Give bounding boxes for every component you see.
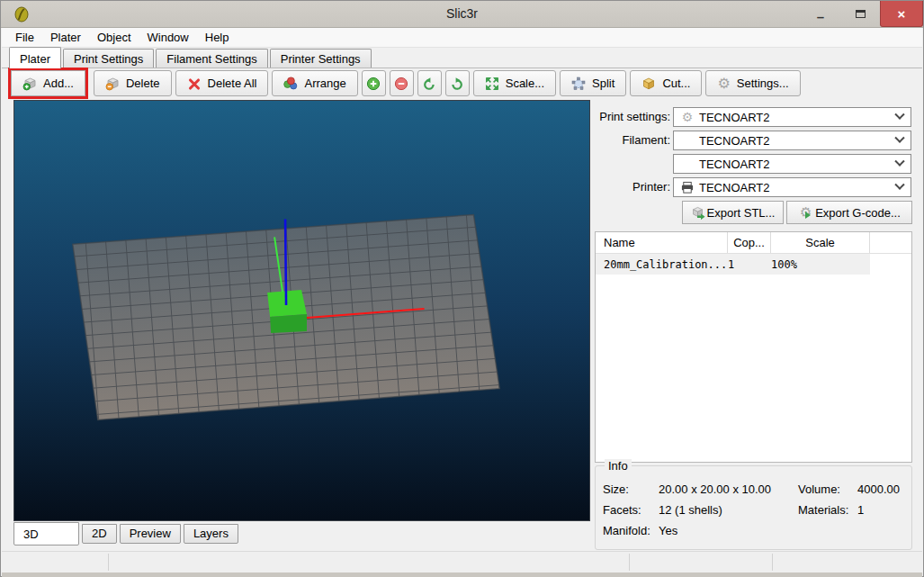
- settings-button[interactable]: ⚙ Settings...: [705, 70, 800, 96]
- volume-value: 4000.00: [857, 482, 900, 496]
- menu-plater[interactable]: Plater: [42, 29, 89, 46]
- rotate-cw-button[interactable]: [445, 70, 470, 96]
- object-copies: 1: [728, 258, 771, 271]
- tab-filament-settings[interactable]: Filament Settings: [156, 49, 267, 68]
- column-header-scale[interactable]: Scale: [771, 232, 870, 253]
- export-stl-icon: [691, 205, 705, 220]
- plus-circle-icon: [366, 77, 381, 91]
- view-tab-3d[interactable]: 3D: [13, 522, 79, 545]
- chevron-down-icon: [894, 133, 904, 143]
- chevron-down-icon: [894, 157, 904, 167]
- export-gcode-icon: ⚙: [798, 205, 813, 220]
- info-group: Info Size: 20.00 x 20.00 x 10.00 Volume:…: [595, 465, 912, 550]
- facets-label: Facets:: [603, 503, 659, 517]
- volume-label: Volume:: [798, 482, 857, 496]
- size-label: Size:: [603, 482, 659, 496]
- window-bottom-frame: [2, 572, 922, 577]
- tab-printer-settings[interactable]: Printer Settings: [270, 49, 372, 68]
- viewport-3d[interactable]: [13, 100, 590, 521]
- rotate-ccw-icon: [422, 77, 436, 91]
- decrease-copies-button[interactable]: [390, 70, 414, 96]
- info-legend: Info: [605, 459, 632, 473]
- export-stl-button[interactable]: Export STL...: [682, 201, 784, 224]
- object-scale: 100%: [771, 258, 870, 271]
- close-icon: ×: [898, 6, 906, 22]
- view-tab-layers[interactable]: Layers: [184, 524, 238, 544]
- maximize-icon: [856, 10, 866, 18]
- menu-help[interactable]: Help: [197, 29, 238, 46]
- printer-icon: [679, 181, 695, 194]
- menu-window[interactable]: Window: [139, 29, 197, 46]
- plater-toolbar: Add... Delete Delete All: [2, 68, 922, 98]
- arrange-icon: [283, 77, 298, 91]
- delete-all-button[interactable]: Delete All: [175, 70, 269, 96]
- settings-panel: Print settings: ⚙ TECNOART2 Filament: TE…: [595, 100, 912, 550]
- facets-value: 12 (1 shells): [659, 503, 794, 517]
- column-header-copies[interactable]: Cop...: [728, 232, 771, 253]
- title-bar: Slic3r – ×: [1, 1, 923, 28]
- print-settings-value: TECNOART2: [695, 111, 896, 124]
- tab-print-settings[interactable]: Print Settings: [63, 49, 154, 68]
- tab-plater[interactable]: Plater: [9, 47, 61, 68]
- printer-value: TECNOART2: [695, 181, 896, 194]
- manifold-value: Yes: [659, 524, 794, 537]
- view-tab-2d[interactable]: 2D: [82, 524, 117, 544]
- filament-select-1[interactable]: TECNOART2: [673, 131, 911, 150]
- add-object-icon: [22, 77, 37, 91]
- filament-2-value: TECNOART2: [695, 158, 896, 171]
- materials-label: Materials:: [798, 503, 857, 517]
- main-tab-strip: Plater Print Settings Filament Settings …: [2, 48, 922, 68]
- print-settings-select[interactable]: ⚙ TECNOART2: [673, 107, 911, 127]
- column-header-name[interactable]: Name: [596, 232, 728, 253]
- delete-all-x-icon: [187, 77, 202, 91]
- view-tab-preview[interactable]: Preview: [120, 524, 181, 544]
- rotate-cw-icon: [450, 77, 464, 91]
- statusbar-divider: [772, 554, 773, 571]
- statusbar-divider: [108, 554, 109, 571]
- view-tab-strip: 3D 2D Preview Layers: [13, 522, 241, 546]
- menu-object[interactable]: Object: [89, 29, 139, 46]
- rotate-ccw-button[interactable]: [417, 70, 442, 96]
- filament-select-2[interactable]: TECNOART2: [673, 154, 911, 174]
- menu-file[interactable]: File: [7, 29, 42, 46]
- scale-button[interactable]: Scale...: [473, 70, 556, 96]
- cut-button[interactable]: Cut...: [630, 70, 702, 96]
- status-bar: [2, 551, 922, 572]
- delete-button[interactable]: Delete: [94, 70, 172, 96]
- close-button[interactable]: ×: [880, 1, 923, 27]
- gear-icon: ⚙: [717, 77, 730, 91]
- minus-circle-icon: [394, 77, 408, 91]
- split-button[interactable]: Split: [560, 70, 626, 96]
- printer-label: Printer:: [595, 180, 670, 194]
- export-gcode-button[interactable]: ⚙ Export G-code...: [786, 201, 912, 224]
- print-settings-label: Print settings:: [595, 110, 670, 123]
- size-value: 20.00 x 20.00 x 10.00: [659, 482, 794, 496]
- chevron-down-icon: [894, 110, 904, 120]
- axis-z-line: [285, 219, 286, 305]
- manifold-label: Manifold:: [603, 524, 659, 537]
- window-title: Slic3r: [1, 6, 923, 21]
- minimize-icon: –: [817, 9, 824, 24]
- maximize-button[interactable]: [840, 1, 880, 27]
- scale-arrows-icon: [485, 77, 499, 91]
- statusbar-divider: [629, 554, 630, 571]
- slic3r-window: Slic3r – × File Plater Object Window Hel…: [0, 0, 924, 577]
- split-icon: [571, 77, 586, 91]
- table-row[interactable]: 20mm_Calibration... 1 100%: [596, 254, 870, 275]
- arrange-button[interactable]: Arrange: [272, 70, 357, 96]
- materials-value: 1: [857, 503, 864, 517]
- increase-copies-button[interactable]: [362, 70, 386, 96]
- object-name: 20mm_Calibration...: [596, 258, 728, 271]
- chevron-down-icon: [894, 180, 904, 190]
- filament-label: Filament:: [595, 133, 670, 147]
- cut-box-icon: [641, 77, 656, 91]
- add-button-highlight-box: Add...: [8, 68, 88, 99]
- object-list-table: Name Cop... Scale 20mm_Calibration... 1 …: [595, 231, 912, 463]
- add-button[interactable]: Add...: [11, 70, 85, 96]
- menu-bar: File Plater Object Window Help: [2, 28, 922, 48]
- printer-select[interactable]: TECNOART2: [673, 177, 911, 197]
- minimize-button[interactable]: –: [801, 1, 840, 27]
- filament-1-value: TECNOART2: [695, 134, 896, 148]
- delete-object-icon: [105, 77, 120, 91]
- gear-icon: ⚙: [679, 111, 695, 123]
